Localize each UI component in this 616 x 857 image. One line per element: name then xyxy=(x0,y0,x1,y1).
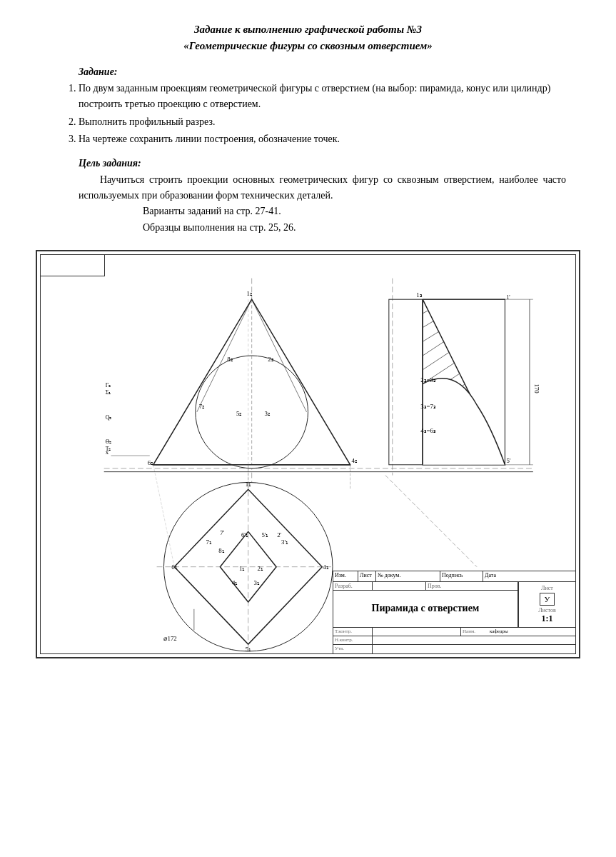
svg-text:Q₂: Q₂ xyxy=(106,414,112,421)
title-block-header-row: Изм. Лист № докум. Подпись Дата xyxy=(333,571,575,582)
svg-text:6₂: 6₂ xyxy=(148,459,153,466)
svg-text:1₃: 1₃ xyxy=(416,291,422,299)
tb-cell-date: Дата xyxy=(483,571,515,581)
tb-row-t-contr: Т.контр. Наим. кафедры xyxy=(333,628,575,636)
svg-text:8₁: 8₁ xyxy=(218,547,224,554)
tb-cell-izm: Изм. xyxy=(333,571,358,581)
svg-text:5₁: 5₁ xyxy=(246,646,251,653)
svg-text:⌀172: ⌀172 xyxy=(163,635,176,642)
svg-text:5': 5' xyxy=(506,457,510,464)
svg-text:x: x xyxy=(106,448,109,456)
svg-text:Θ₂: Θ₂ xyxy=(106,438,112,445)
svg-text:1₁: 1₁ xyxy=(246,481,251,488)
svg-text:7₁: 7₁ xyxy=(206,538,212,546)
svg-text:170: 170 xyxy=(533,384,540,394)
tb-label-tcontr: Т.контр. xyxy=(333,628,373,636)
svg-text:2': 2' xyxy=(277,531,281,538)
goal-section: Научиться строить проекции основных геом… xyxy=(36,172,580,236)
svg-text:1₂: 1₂ xyxy=(246,290,252,297)
svg-text:2₃=8₃: 2₃=8₃ xyxy=(420,377,436,384)
title-block: Задание к выполнению графической работы … xyxy=(36,21,580,54)
task-item-1: По двум заданным проекциям геометрическо… xyxy=(79,81,566,113)
svg-text:3₃=7₃: 3₃=7₃ xyxy=(420,403,436,410)
svg-text:6'₁: 6'₁ xyxy=(241,531,248,538)
svg-text:4₁: 4₁ xyxy=(232,579,238,586)
tb-row-n-contr: Н.контр. xyxy=(333,636,575,645)
title-block-left: Разраб. Пров. Пирамида с отверстием xyxy=(333,582,518,627)
svg-text:3'₁: 3'₁ xyxy=(281,538,288,546)
tb-cell-podp: Подпись xyxy=(440,571,483,581)
svg-text:7₂: 7₂ xyxy=(199,403,205,410)
svg-text:2₁: 2₁ xyxy=(258,565,263,572)
tb-cell-list: Лист xyxy=(358,571,376,581)
drawing-title-block: Изм. Лист № докум. Подпись Дата Разраб. … xyxy=(333,571,575,653)
tb-val-naim: кафедры xyxy=(489,628,575,636)
tb-val-utv xyxy=(373,645,575,653)
tb-label-utv: Утв. xyxy=(333,645,373,653)
variants-text: Варианты заданий на стр. 27-41. Образцы … xyxy=(79,204,566,236)
svg-text:1': 1' xyxy=(506,294,510,301)
task-label: Задание: xyxy=(36,66,580,78)
svg-text:3₁: 3₁ xyxy=(254,579,260,586)
goal-text: Научиться строить проекции основных геом… xyxy=(79,172,566,204)
svg-text:4₃=6₃: 4₃=6₃ xyxy=(420,428,436,435)
svg-line-3 xyxy=(385,476,477,567)
task-item-3: На чертеже сохранить линии построения, о… xyxy=(79,131,566,147)
svg-text:5'₁: 5'₁ xyxy=(261,531,268,538)
svg-text:Г₂: Г₂ xyxy=(106,383,111,389)
title-block-main-row: Разраб. Пров. Пирамида с отверстием Лист… xyxy=(333,582,575,627)
drawing-name: Пирамида с отверстием xyxy=(333,591,517,626)
drawing-scale: 1:1 xyxy=(542,613,553,624)
tb-label-ncontr: Н.контр. xyxy=(333,636,373,644)
svg-text:1₁: 1₁ xyxy=(239,565,245,572)
task-item-2: Выполнить профильный разрез. xyxy=(79,114,566,130)
tb-row-utv: Утв. xyxy=(333,645,575,653)
task-list: По двум заданным проекциям геометрическо… xyxy=(36,81,580,148)
tb-val-tcontr xyxy=(373,628,460,636)
svg-text:4₂: 4₂ xyxy=(352,457,358,464)
title-line1: Задание к выполнению графической работы … xyxy=(36,21,580,38)
title-block-right: Лист У Листов 1:1 xyxy=(518,582,575,627)
svg-text:8₂: 8₂ xyxy=(227,356,233,363)
page: Задание к выполнению графической работы … xyxy=(0,0,616,857)
svg-text:6₁: 6₁ xyxy=(171,563,177,571)
svg-text:5₂: 5₂ xyxy=(236,410,242,417)
svg-text:7': 7' xyxy=(220,529,224,536)
title-line2: «Геометрические фигуры со сквозным отвер… xyxy=(36,38,580,54)
drawing-container: 1₂ 6₂ 4₂ 7₂ 8₂ 2₂ 5₂ 3₂ xyxy=(36,250,580,658)
svg-text:4₁: 4₁ xyxy=(323,563,328,571)
drawing-inner: 1₂ 6₂ 4₂ 7₂ 8₂ 2₂ 5₂ 3₂ xyxy=(40,254,576,654)
tb-cell-doc: № докум. xyxy=(376,571,440,581)
tb-label-naim: Наим. xyxy=(460,628,489,636)
title-block-bottom-rows: Т.контр. Наим. кафедры Н.контр. Утв. xyxy=(333,627,575,653)
svg-text:Σ₁: Σ₁ xyxy=(106,389,111,396)
goal-label: Цель задания: xyxy=(36,158,580,169)
tb-val-ncontr xyxy=(373,636,575,644)
svg-text:2₂: 2₂ xyxy=(268,356,273,363)
svg-text:3₂: 3₂ xyxy=(264,410,270,417)
